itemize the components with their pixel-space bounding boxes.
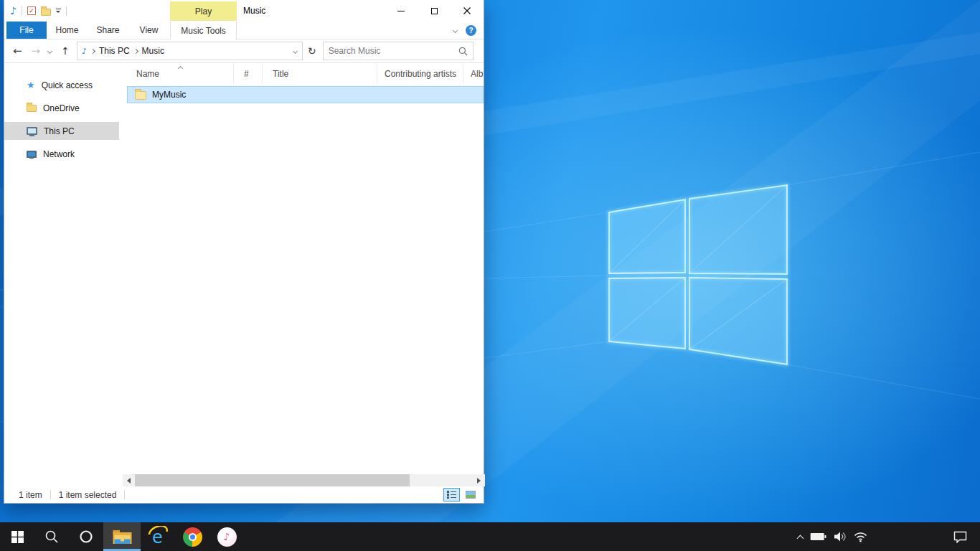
network-icon [27, 151, 37, 158]
tab-file[interactable]: File [6, 22, 47, 39]
itunes-icon: ♪ [217, 527, 237, 547]
network-wifi-icon[interactable] [854, 531, 867, 542]
minimize-button[interactable] [385, 0, 418, 22]
column-header-album[interactable]: Alb [463, 65, 485, 83]
sidebar-item-network[interactable]: Network [4, 145, 119, 163]
recent-locations-dropdown[interactable] [47, 48, 52, 53]
navigation-bar: ← → ↑ ♪ This PC Music ↻ [4, 39, 484, 63]
column-header-contributing-artists[interactable]: Contributing artists [377, 65, 463, 83]
file-explorer-icon [113, 529, 132, 545]
refresh-button[interactable]: ↻ [308, 45, 316, 57]
selection-count: 1 item selected [59, 490, 117, 500]
tab-music-tools[interactable]: Music Tools [170, 22, 237, 39]
taskbar-internet-explorer-button[interactable]: e [141, 522, 175, 551]
onedrive-folder-icon [27, 105, 37, 112]
scroll-right-button[interactable] [473, 474, 485, 486]
taskbar-chrome-button[interactable] [175, 522, 209, 551]
caption-buttons [385, 0, 484, 22]
column-header-number[interactable]: # [234, 65, 263, 83]
sidebar-item-onedrive[interactable]: OneDrive [4, 99, 119, 117]
chrome-center-dot [189, 533, 197, 541]
taskbar-itunes-button[interactable]: ♪ [209, 522, 244, 551]
details-view-button[interactable] [443, 488, 460, 501]
scroll-right-icon [477, 478, 481, 484]
search-icon [44, 529, 59, 544]
action-center-button[interactable] [946, 522, 974, 551]
search-input[interactable] [329, 46, 458, 56]
sidebar-item-label: Quick access [42, 80, 93, 90]
volume-icon[interactable] [834, 531, 847, 542]
sidebar-item-label: This PC [44, 126, 75, 136]
music-note-app-icon: ♪ [10, 6, 17, 16]
windows-logo-icon [11, 531, 24, 543]
address-dropdown-icon[interactable] [293, 48, 298, 53]
tab-home[interactable]: Home [47, 22, 88, 39]
contextual-group-badge[interactable]: Play [170, 1, 237, 21]
cortana-button[interactable] [69, 522, 103, 551]
search-box[interactable] [323, 42, 473, 60]
scrollbar-track[interactable] [135, 474, 473, 486]
system-tray [798, 522, 867, 551]
tab-view[interactable]: View [128, 22, 169, 39]
status-bar: 1 item 1 item selected [4, 486, 484, 503]
taskbar-search-button[interactable] [34, 522, 69, 551]
this-pc-monitor-icon [27, 127, 37, 135]
divider [50, 490, 51, 499]
taskbar-file-explorer-button[interactable] [103, 522, 141, 551]
battery-icon[interactable] [810, 532, 826, 542]
scroll-left-button[interactable] [123, 474, 135, 486]
sidebar-item-this-pc[interactable]: This PC [4, 122, 119, 140]
start-button[interactable] [0, 522, 34, 551]
separator [66, 6, 67, 16]
details-view-icon [447, 491, 456, 499]
navigation-pane: ★ Quick access OneDrive This PC Network [4, 63, 119, 474]
horizontal-scrollbar[interactable] [123, 474, 485, 486]
ribbon-controls: ? [453, 22, 476, 39]
separator [22, 6, 22, 16]
item-count: 1 item [19, 490, 42, 500]
chrome-icon [183, 527, 202, 547]
maximize-button[interactable] [418, 0, 451, 22]
minimize-icon [397, 11, 405, 11]
breadcrumb-chevron-icon[interactable] [90, 48, 95, 53]
window-title: Music [243, 0, 265, 22]
help-button[interactable]: ? [466, 25, 476, 36]
search-icon [458, 47, 468, 56]
quick-access-star-icon: ★ [27, 80, 35, 90]
internet-explorer-icon: e [147, 526, 169, 547]
title-bar: ♪ ✓ Play Music [4, 0, 484, 22]
maximize-icon [431, 8, 438, 14]
customize-toolbar-dropdown[interactable] [56, 9, 61, 13]
sidebar-item-label: OneDrive [43, 103, 80, 113]
sidebar-item-quick-access[interactable]: ★ Quick access [4, 76, 119, 94]
back-button[interactable]: ← [13, 46, 22, 57]
ribbon-tab-row: File Home Share View Music Tools ? [4, 22, 484, 39]
expand-ribbon-icon[interactable] [453, 28, 458, 33]
column-header-row: Name # Title Contributing artists Alb [127, 65, 485, 83]
folder-icon [135, 91, 146, 100]
action-center-icon [953, 531, 967, 543]
quick-access-toolbar: ♪ ✓ [10, 0, 67, 22]
properties-button[interactable]: ✓ [27, 6, 36, 15]
svg-text:e: e [152, 527, 163, 547]
view-toggle-buttons [443, 488, 479, 501]
forward-button[interactable]: → [32, 46, 41, 57]
new-folder-button[interactable] [41, 9, 51, 16]
tab-share[interactable]: Share [88, 22, 128, 39]
file-row-mymusic[interactable]: MyMusic [127, 86, 484, 103]
scrollbar-thumb[interactable] [135, 474, 410, 486]
taskbar: e ♪ [0, 522, 980, 551]
breadcrumb-this-pc[interactable]: This PC [99, 46, 130, 56]
large-icons-view-button[interactable] [462, 488, 479, 501]
breadcrumb-chevron-icon[interactable] [133, 48, 138, 53]
address-bar[interactable]: ♪ This PC Music [77, 42, 303, 60]
cortana-icon [79, 529, 93, 544]
hidden-icons-chevron-icon[interactable] [797, 534, 804, 542]
breadcrumb-music[interactable]: Music [142, 46, 164, 56]
close-button[interactable] [451, 0, 484, 22]
large-icons-view-icon [466, 491, 476, 499]
up-button[interactable]: ↑ [61, 46, 70, 56]
location-music-icon: ♪ [82, 47, 87, 55]
column-header-title[interactable]: Title [263, 65, 377, 83]
divider [124, 490, 125, 499]
